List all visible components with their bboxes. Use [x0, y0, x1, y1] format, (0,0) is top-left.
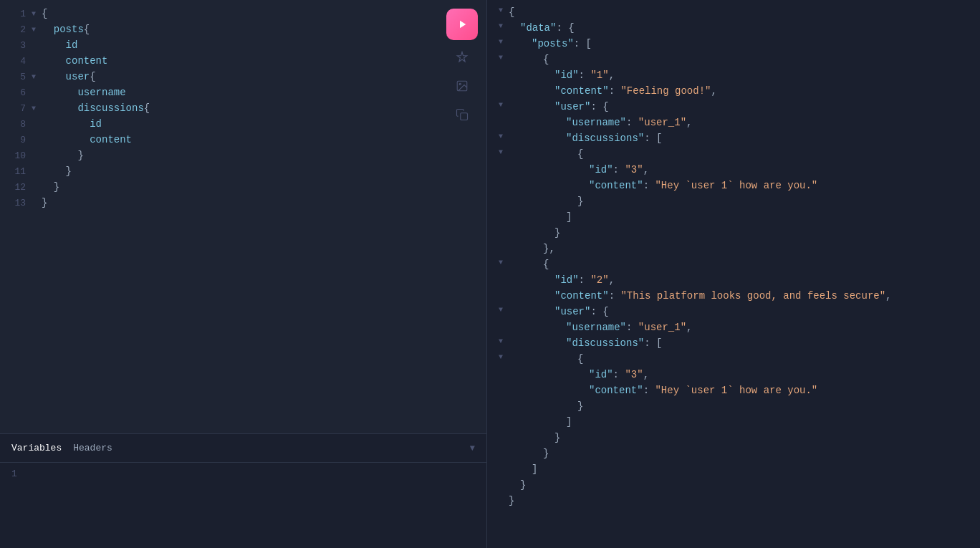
json-line: "content": "Hey `user 1` how are you."	[487, 384, 980, 400]
json-line: ]	[487, 211, 980, 226]
json-line: ▼ {	[487, 258, 980, 274]
code-line-4: 4 content	[0, 53, 486, 69]
right-panel[interactable]: ▼ { ▼ "data": { ▼ "posts": [ ▼ { "id": "…	[487, 0, 980, 548]
left-panel: 1 ▼ { 2 ▼ posts{ 3 id 4 content 5 ▼ us	[0, 0, 487, 548]
json-line: }	[487, 431, 980, 447]
editor-toolbar	[446, 9, 478, 126]
json-line: "id": "3",	[487, 368, 980, 384]
json-line: ▼ "discussions": [	[487, 337, 980, 352]
json-line: "username": "user_1",	[487, 116, 980, 132]
editor-area[interactable]: 1 ▼ { 2 ▼ posts{ 3 id 4 content 5 ▼ us	[0, 0, 486, 433]
bottom-tabs: Variables Headers ▼	[0, 434, 486, 463]
json-line: ▼ {	[487, 352, 980, 368]
json-line: ▼ {	[487, 6, 980, 21]
code-line-5: 5 ▼ user{	[0, 69, 486, 85]
code-line-6: 6 username	[0, 85, 486, 100]
run-button[interactable]	[446, 9, 478, 40]
code-line-12: 12 }	[0, 179, 486, 195]
code-line-10: 10 }	[0, 148, 486, 163]
json-line: ▼ "discussions": [	[487, 132, 980, 148]
tab-variables[interactable]: Variables	[11, 441, 62, 455]
svg-point-1	[459, 83, 461, 85]
image-icon[interactable]	[451, 74, 474, 97]
code-line-9: 9 content	[0, 132, 486, 148]
json-line: "id": "2",	[487, 274, 980, 289]
json-line: "id": "3",	[487, 163, 980, 179]
json-line: }	[487, 226, 980, 242]
json-line: "content": "This platform looks good, an…	[487, 289, 980, 305]
json-line: ▼ "data": {	[487, 21, 980, 37]
json-line: }	[487, 479, 980, 494]
code-line-11: 11 }	[0, 163, 486, 179]
code-line-13: 13 }	[0, 195, 486, 211]
json-line: ]	[487, 415, 980, 431]
json-line: },	[487, 242, 980, 258]
svg-rect-2	[461, 113, 468, 120]
code-line-8: 8 id	[0, 116, 486, 132]
bottom-content: 1	[0, 463, 486, 485]
json-line: }	[487, 494, 980, 510]
json-line: }	[487, 447, 980, 463]
json-line: ▼ {	[487, 148, 980, 163]
code-line-3: 3 id	[0, 37, 486, 53]
tab-headers[interactable]: Headers	[73, 441, 112, 455]
json-line: "id": "1",	[487, 69, 980, 85]
sparkle-icon[interactable]	[451, 46, 474, 69]
json-line: "content": "Feeling good!",	[487, 85, 980, 100]
tab-group: Variables Headers	[11, 441, 112, 455]
bottom-panel: Variables Headers ▼ 1	[0, 433, 486, 548]
json-line: ▼ "user": {	[487, 305, 980, 321]
code-line-1: 1 ▼ {	[0, 6, 486, 21]
code-line-2: 2 ▼ posts{	[0, 21, 486, 37]
code-line-7: 7 ▼ discussions{	[0, 100, 486, 116]
json-line: ]	[487, 463, 980, 479]
json-line: ▼ "posts": [	[487, 37, 980, 53]
json-line: ▼ "user": {	[487, 100, 980, 116]
copy-icon[interactable]	[451, 103, 474, 126]
json-line: "username": "user_1",	[487, 321, 980, 337]
bottom-chevron-icon[interactable]: ▼	[470, 443, 475, 453]
json-line: }	[487, 400, 980, 415]
json-line: }	[487, 195, 980, 211]
json-line: "content": "Hey `user 1` how are you."	[487, 179, 980, 195]
json-line: ▼ {	[487, 53, 980, 69]
